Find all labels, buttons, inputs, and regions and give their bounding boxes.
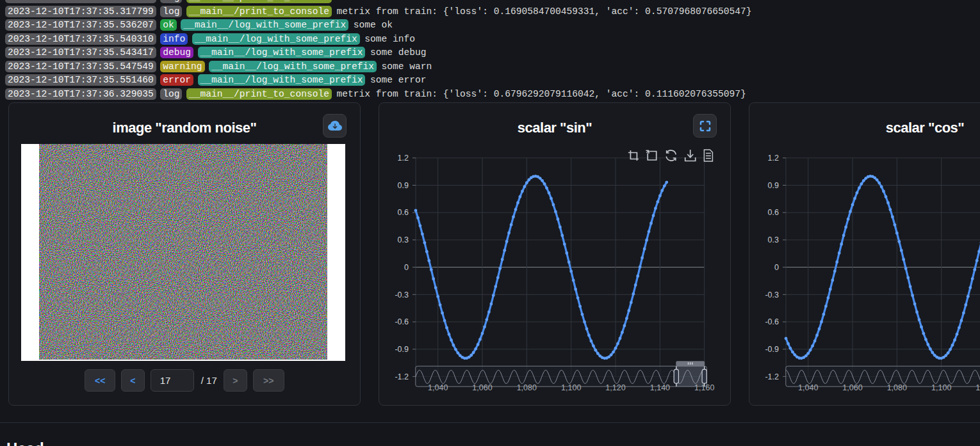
- svg-text:1,120: 1,120: [976, 383, 980, 392]
- svg-text:1,160: 1,160: [694, 383, 714, 392]
- svg-text:-1.2: -1.2: [765, 372, 779, 381]
- svg-text:1,040: 1,040: [798, 383, 818, 392]
- svg-text:-0.9: -0.9: [395, 345, 409, 354]
- svg-text:1,120: 1,120: [605, 383, 625, 392]
- svg-text:1.2: 1.2: [398, 154, 409, 163]
- svg-text:0.9: 0.9: [768, 181, 779, 190]
- svg-text:0: 0: [774, 263, 779, 272]
- svg-text:0.3: 0.3: [768, 235, 779, 244]
- svg-text:0.6: 0.6: [768, 208, 779, 217]
- svg-text:-0.6: -0.6: [765, 317, 779, 326]
- svg-text:1,060: 1,060: [472, 383, 492, 392]
- svg-text:0.3: 0.3: [398, 235, 409, 244]
- svg-text:1,060: 1,060: [842, 383, 862, 392]
- svg-text:-0.9: -0.9: [765, 345, 779, 354]
- svg-text:-1.2: -1.2: [395, 372, 409, 381]
- svg-text:1,100: 1,100: [931, 383, 951, 392]
- svg-text:1,040: 1,040: [428, 383, 448, 392]
- svg-text:-0.3: -0.3: [765, 291, 779, 299]
- svg-text:0.6: 0.6: [398, 208, 409, 217]
- svg-text:0: 0: [404, 263, 409, 272]
- svg-text:-0.6: -0.6: [395, 317, 409, 326]
- svg-text:1,080: 1,080: [517, 383, 537, 392]
- svg-text:1,080: 1,080: [887, 383, 907, 392]
- svg-text:0.9: 0.9: [398, 181, 409, 190]
- svg-text:1,100: 1,100: [561, 383, 581, 392]
- svg-text:1,140: 1,140: [650, 383, 670, 392]
- svg-text:-0.3: -0.3: [395, 291, 409, 299]
- svg-text:1.2: 1.2: [768, 154, 779, 163]
